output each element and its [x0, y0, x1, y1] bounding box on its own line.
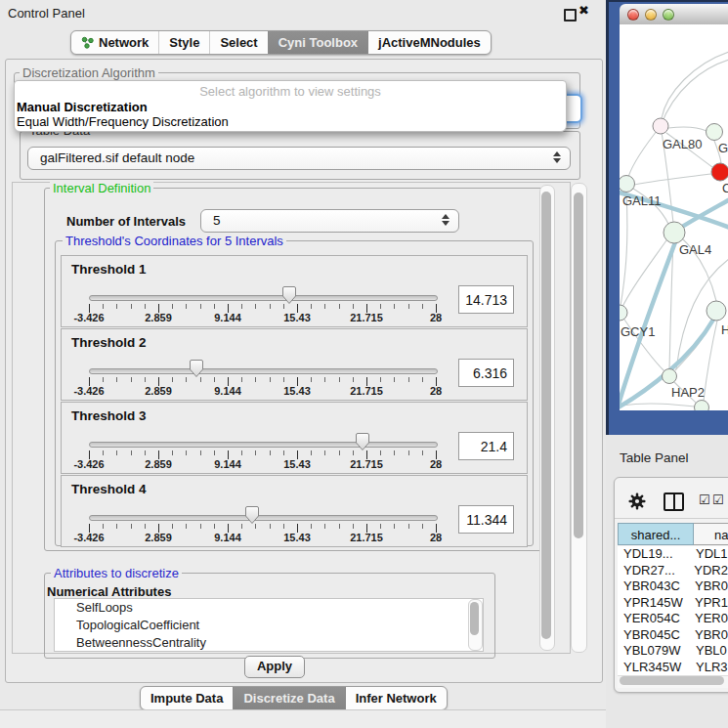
columns-icon[interactable]: [664, 492, 684, 511]
slider-handle[interactable]: [355, 432, 370, 451]
stepper-arrows-icon[interactable]: [442, 214, 450, 226]
slider-handle[interactable]: [244, 505, 260, 525]
numerical-attributes-label: Numerical Attributes: [47, 584, 171, 599]
cell-name[interactable]: YLR3: [693, 660, 728, 676]
network-window-titlebar[interactable]: [620, 4, 728, 25]
network-edge: [621, 404, 695, 407]
slider-handle[interactable]: [281, 285, 297, 305]
tab-select[interactable]: Select: [209, 31, 267, 54]
threshold-label: Threshold 1: [71, 262, 147, 277]
slider-tick-labels: -3.4262.8599.14415.4321.71528: [62, 532, 527, 544]
network-node[interactable]: [695, 401, 709, 411]
tab-label: Network: [99, 35, 149, 50]
outer-scrollbar-thumb[interactable]: [574, 193, 583, 538]
network-edge: [622, 240, 666, 307]
cell-name[interactable]: YPR1: [692, 595, 728, 612]
tab-discretize-data[interactable]: Discretize Data: [233, 687, 344, 709]
table-row[interactable]: YBR045CYBR0: [618, 627, 728, 644]
threshold-value-field[interactable]: 21.4: [458, 432, 514, 460]
threshold-label: Threshold 4: [71, 482, 147, 496]
network-node[interactable]: [707, 124, 723, 141]
tick-label: 15.43: [283, 458, 311, 470]
network-node[interactable]: [707, 301, 726, 321]
float-panel-icon[interactable]: [564, 9, 577, 21]
close-traffic-light-icon[interactable]: [627, 9, 639, 21]
cell-shared-name[interactable]: YER054C: [618, 611, 692, 627]
column-header-name[interactable]: na: [694, 523, 728, 545]
table-row[interactable]: YDL19...YDL1: [618, 546, 728, 563]
network-node-label: GAL4: [679, 242, 711, 257]
tab-network[interactable]: Network: [71, 31, 158, 54]
slider-track[interactable]: [89, 295, 438, 301]
slider-track[interactable]: [89, 515, 438, 521]
table-row[interactable]: YPR145WYPR1: [618, 595, 728, 612]
cell-shared-name[interactable]: YBR043C: [618, 578, 692, 595]
table-row[interactable]: YBR043CYBR0: [618, 578, 728, 595]
table-data-combobox[interactable]: galFiltered.sif default node: [27, 147, 571, 170]
cell-name[interactable]: YBR0: [692, 627, 728, 644]
network-node-label: GA: [718, 141, 728, 155]
tick-label: 9.144: [214, 385, 241, 397]
divider: [615, 518, 728, 519]
threshold-value-field[interactable]: 14.713: [458, 285, 514, 314]
table-row[interactable]: YDR27...YDR2: [618, 563, 728, 579]
checkbox-icon[interactable]: ☑: [699, 492, 710, 507]
column-header-shared-name[interactable]: shared...: [618, 523, 694, 545]
network-node[interactable]: [653, 118, 668, 134]
attribute-list-item[interactable]: BetweennessCentrality: [55, 634, 483, 652]
tab-jactivemnodules[interactable]: jActiveMNodules: [367, 31, 491, 54]
cell-name[interactable]: YDL1: [693, 546, 728, 563]
network-node[interactable]: [711, 163, 728, 181]
algorithm-dropdown-popup: Select algorithm to view settings Manual…: [14, 80, 567, 132]
close-icon[interactable]: ✖: [578, 3, 589, 18]
number-of-intervals-spinner[interactable]: 5: [200, 209, 459, 233]
tick-label: 2.859: [145, 532, 172, 543]
horizontal-scrollbar-thumb[interactable]: [620, 676, 724, 685]
tab-cyni-toolbox[interactable]: Cyni Toolbox: [268, 31, 367, 54]
apply-button[interactable]: Apply: [244, 656, 305, 678]
cell-name[interactable]: YER0: [692, 611, 728, 627]
tick-label: 15.43: [283, 532, 311, 543]
table-row[interactable]: YBL079WYBL0: [618, 643, 728, 660]
table-row[interactable]: YER054CYER0: [618, 611, 728, 627]
tick-label: 2.859: [145, 385, 172, 397]
cell-shared-name[interactable]: YDL19...: [618, 546, 693, 563]
attribute-list-item[interactable]: SelfLoops: [55, 599, 483, 617]
gear-icon[interactable]: [628, 492, 646, 510]
popup-item-manual-discretization[interactable]: Manual Discretization: [17, 100, 148, 114]
network-node[interactable]: [663, 369, 677, 384]
tick-label: -3.426: [73, 458, 104, 470]
checkbox-icon[interactable]: ☑: [712, 492, 724, 507]
number-of-intervals-label: Number of Intervals: [66, 214, 186, 229]
threshold-value-field[interactable]: 6.316: [458, 359, 514, 387]
network-edge: [628, 126, 661, 177]
attributes-list-scrollbar-thumb[interactable]: [470, 602, 479, 635]
popup-item-equal-width[interactable]: Equal Width/Frequency Discretization: [17, 114, 229, 129]
cell-shared-name[interactable]: YBL079W: [618, 643, 693, 660]
cell-shared-name[interactable]: YDR27...: [618, 563, 691, 579]
cell-shared-name[interactable]: YLR345W: [618, 660, 693, 676]
cell-shared-name[interactable]: YPR145W: [618, 595, 692, 612]
slider-handle[interactable]: [189, 359, 204, 378]
slider-track[interactable]: [89, 368, 438, 374]
inner-scrollbar-thumb[interactable]: [541, 192, 551, 639]
threshold-3-panel: Threshold 3-3.4262.8599.14415.4321.71528…: [61, 402, 528, 474]
cell-name[interactable]: YBL0: [693, 643, 727, 660]
cell-name[interactable]: YBR0: [692, 578, 728, 595]
network-node[interactable]: [664, 222, 685, 243]
threshold-value-field[interactable]: 11.344: [458, 505, 514, 534]
attribute-list-item[interactable]: TopologicalCoefficient: [55, 617, 483, 634]
table-row[interactable]: YLR345WYLR3: [618, 660, 728, 676]
tab-impute-data[interactable]: Impute Data: [141, 687, 233, 709]
network-node[interactable]: [620, 176, 635, 193]
slider-track[interactable]: [89, 442, 438, 448]
zoom-traffic-light-icon[interactable]: [663, 9, 674, 21]
stepper-arrows-icon[interactable]: [553, 151, 561, 163]
tab-infer-network[interactable]: Infer Network: [345, 687, 447, 709]
network-node[interactable]: [620, 305, 627, 321]
tick-label: 21.715: [350, 312, 383, 323]
minimize-traffic-light-icon[interactable]: [645, 9, 657, 21]
cell-shared-name[interactable]: YBR045C: [618, 627, 692, 644]
cell-name[interactable]: YDR2: [691, 563, 728, 579]
tab-style[interactable]: Style: [158, 31, 209, 54]
